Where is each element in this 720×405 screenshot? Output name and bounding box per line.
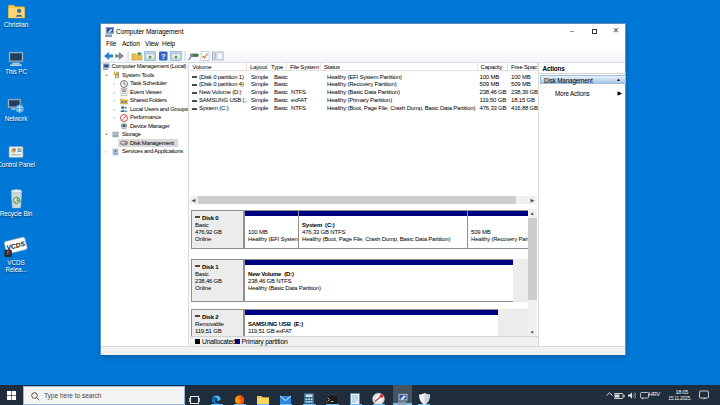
svg-text:?: ? xyxy=(161,51,166,60)
svg-text:F: F xyxy=(6,250,10,256)
